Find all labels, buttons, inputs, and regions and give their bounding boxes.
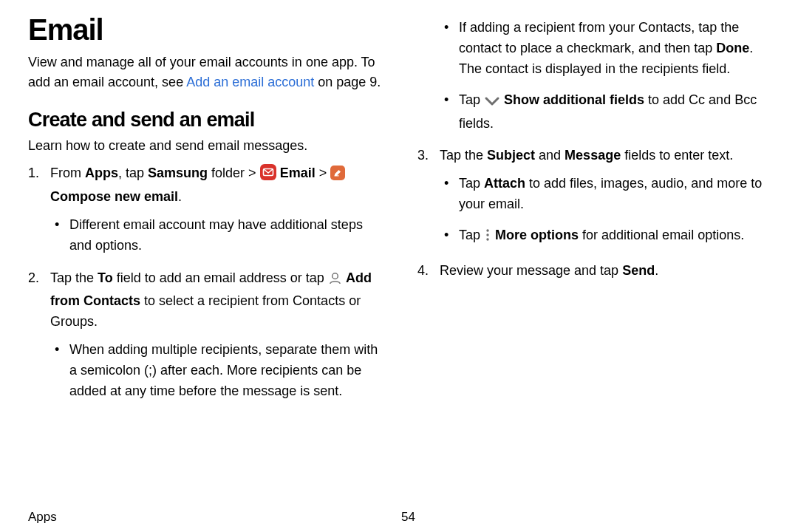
more-options-icon	[484, 228, 491, 249]
more-options-label: More options	[495, 228, 579, 242]
step-3-bullets: Tap Attach to add files, images, audio, …	[440, 174, 774, 249]
message-label: Message	[565, 148, 621, 163]
svg-point-7	[486, 238, 488, 240]
text: If adding a recipient from your Contacts…	[459, 20, 739, 55]
step-number: 4.	[417, 261, 429, 282]
show-additional-fields-label: Show additional fields	[504, 92, 644, 107]
svg-rect-3	[335, 175, 339, 176]
step-number: 2.	[28, 268, 39, 289]
to-label: To	[98, 270, 113, 285]
samsung-label: Samsung	[148, 166, 208, 180]
text: , tap	[118, 166, 148, 180]
subject-label: Subject	[487, 148, 535, 163]
list-item: Different email account may have additio…	[50, 215, 385, 256]
list-item: Tap Show additional fields to add Cc and…	[440, 90, 774, 134]
list-item: If adding a recipient from your Contacts…	[440, 18, 774, 80]
text: and	[535, 148, 565, 163]
step-2-bullets-left: When adding multiple recipients, separat…	[50, 340, 385, 402]
steps-list-left: 1. From Apps, tap Samsung folder > Email…	[28, 163, 385, 402]
right-column: If adding a recipient from your Contacts…	[417, 13, 774, 505]
text: Review your message and tap	[440, 263, 622, 278]
apps-label: Apps	[85, 166, 118, 180]
step-2: 2. Tap the To field to add an email addr…	[28, 268, 385, 402]
intro-paragraph: View and manage all of your email accoun…	[28, 52, 385, 92]
page-footer: Apps 54	[28, 505, 774, 525]
text: fields to enter text.	[621, 148, 733, 163]
footer-page-number: 54	[401, 510, 774, 525]
svg-point-5	[486, 229, 488, 231]
step-number: 3.	[417, 146, 429, 166]
done-label: Done	[716, 41, 749, 55]
contact-icon	[328, 271, 342, 292]
step-4: 4. Review your message and tap Send.	[417, 261, 774, 282]
email-label: Email	[280, 166, 316, 180]
list-item: When adding multiple recipients, separat…	[50, 340, 385, 402]
columns: Email View and manage all of your email …	[28, 13, 774, 505]
svg-point-6	[486, 233, 488, 236]
step-1-bullets: Different email account may have additio…	[50, 215, 385, 256]
footer-section-label: Apps	[28, 510, 401, 525]
text: for additional email options.	[579, 228, 744, 242]
step-1: 1. From Apps, tap Samsung folder > Email…	[28, 163, 385, 256]
intro-text-post: on page 9.	[314, 75, 381, 89]
section-heading: Create and send an email	[28, 109, 385, 132]
text: .	[178, 189, 182, 204]
section-subtext: Learn how to create and send email messa…	[28, 136, 385, 156]
page-title: Email	[28, 13, 385, 47]
text: Tap	[459, 176, 484, 191]
step-2-continued: If adding a recipient from your Contacts…	[417, 18, 774, 134]
text: folder >	[208, 166, 260, 180]
steps-list-right: If adding a recipient from your Contacts…	[417, 18, 774, 282]
step-number: 1.	[28, 163, 39, 184]
send-label: Send	[622, 263, 655, 278]
chevron-down-icon	[484, 93, 500, 114]
svg-point-4	[332, 273, 338, 279]
compose-label: Compose new email	[50, 189, 178, 204]
left-column: Email View and manage all of your email …	[28, 13, 385, 505]
text: .	[655, 263, 658, 278]
attach-label: Attach	[484, 176, 525, 191]
text: Tap the	[50, 270, 98, 285]
text: Tap	[459, 92, 484, 107]
text: Tap the	[440, 148, 487, 163]
text: >	[316, 166, 331, 180]
compose-icon	[330, 166, 345, 187]
step-3: 3. Tap the Subject and Message fields to…	[417, 146, 774, 249]
manual-page: Email View and manage all of your email …	[0, 0, 798, 532]
text: field to add an email address or tap	[113, 270, 328, 285]
text: From	[50, 166, 85, 180]
add-email-account-link[interactable]: Add an email account	[186, 75, 314, 89]
list-item: Tap Attach to add files, images, audio, …	[440, 174, 774, 215]
email-icon	[260, 164, 276, 187]
step-2-bullets-right: If adding a recipient from your Contacts…	[440, 18, 774, 134]
text: Tap	[459, 228, 484, 242]
list-item: Tap More options for additional email op…	[440, 225, 774, 249]
